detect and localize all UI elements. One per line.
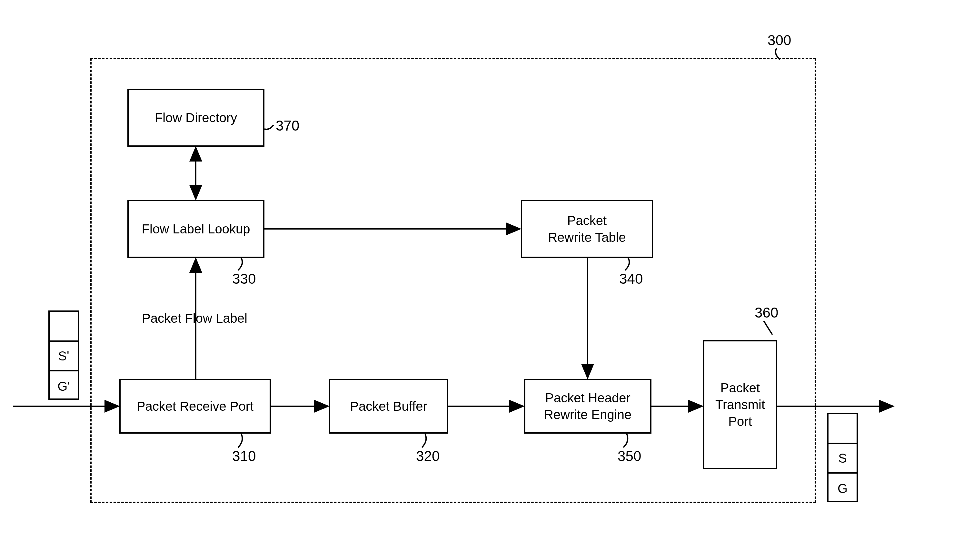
flow-directory-box: Flow Directory bbox=[127, 88, 264, 147]
flow-directory-label: Flow Directory bbox=[155, 109, 237, 126]
ref-320: 320 bbox=[416, 448, 439, 464]
packet-buffer-box: Packet Buffer bbox=[329, 379, 448, 434]
flow-label-lookup-box: Flow Label Lookup bbox=[127, 200, 264, 258]
ref-350: 350 bbox=[618, 448, 641, 464]
packet-receive-port-box: Packet Receive Port bbox=[120, 379, 271, 434]
packet-header-rewrite-engine-box: Packet Header Rewrite Engine bbox=[524, 379, 652, 434]
packet-rewrite-table-box: Packet Rewrite Table bbox=[521, 200, 653, 258]
packet-flow-label-text: Packet Flow Label bbox=[142, 311, 247, 326]
ref-310: 310 bbox=[232, 448, 256, 464]
output-packet-bot: G bbox=[838, 481, 847, 496]
flow-label-lookup-label: Flow Label Lookup bbox=[142, 220, 250, 237]
ref-370: 370 bbox=[276, 118, 299, 134]
input-packet: S' G' bbox=[48, 310, 79, 400]
output-packet-mid: S bbox=[838, 451, 847, 465]
packet-buffer-label: Packet Buffer bbox=[350, 398, 427, 414]
output-packet: S G bbox=[827, 413, 858, 502]
input-packet-bot: G' bbox=[57, 379, 70, 394]
packet-rewrite-table-label: Packet Rewrite Table bbox=[548, 212, 626, 246]
ref-360: 360 bbox=[755, 305, 778, 321]
ref-300: 300 bbox=[768, 32, 791, 48]
packet-header-rewrite-engine-label: Packet Header Rewrite Engine bbox=[544, 389, 632, 423]
ref-330: 330 bbox=[232, 271, 256, 287]
ref-340: 340 bbox=[619, 271, 643, 287]
packet-receive-port-label: Packet Receive Port bbox=[137, 398, 253, 414]
packet-transmit-port-label: Packet Transmit Port bbox=[715, 380, 765, 430]
input-packet-mid: S' bbox=[58, 349, 69, 363]
packet-transmit-port-box: Packet Transmit Port bbox=[703, 340, 777, 469]
